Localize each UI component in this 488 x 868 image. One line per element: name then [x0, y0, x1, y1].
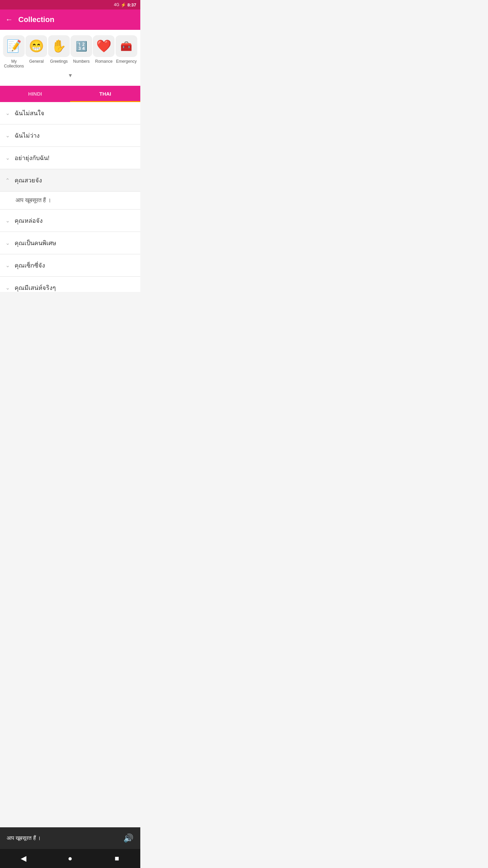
chevron-icon-2: ⌄ [5, 132, 10, 139]
phrase-item-6[interactable]: ⌄ คุณเป็นคนพิเศษ [0, 232, 140, 254]
category-item-romance[interactable]: ❤️ Romance [93, 35, 115, 64]
phrase-item-7[interactable]: ⌄ คุณเซ็กซี่จัง [0, 254, 140, 277]
phrase-item-3[interactable]: ⌄ อย่ายุ่งกับฉัน! [0, 147, 140, 169]
phrase-text-6: คุณเป็นคนพิเศษ [15, 238, 56, 248]
phrase-list: ⌄ ฉันไม่สนใจ ⌄ ฉันไม่ว่าง ⌄ อย่ายุ่งกับฉ… [0, 102, 140, 292]
page-title: Collection [18, 15, 54, 24]
phrase-text-8: คุณมีเสน่ห์จริงๆ [15, 283, 56, 292]
chevron-icon-1: ⌄ [5, 110, 10, 116]
phrase-item-8[interactable]: ⌄ คุณมีเสน่ห์จริงๆ [0, 277, 140, 292]
phrase-item-1[interactable]: ⌄ ฉันไม่สนใจ [0, 102, 140, 124]
category-row: 📝 My Collections 😁 General ✋ Greetings 🔢… [3, 35, 138, 69]
phrase-text-4: คุณสวยจัง [15, 175, 42, 185]
tab-hindi[interactable]: HINDI [0, 86, 70, 102]
category-item-numbers[interactable]: 🔢 Numbers [70, 35, 92, 64]
app-bar: ← Collection [0, 9, 140, 30]
my-collections-icon: 📝 [3, 35, 25, 57]
chevron-icon-4: ⌄ [5, 177, 10, 183]
general-icon: 😁 [25, 35, 47, 57]
numbers-label: Numbers [73, 59, 90, 64]
numbers-icon: 🔢 [70, 35, 92, 57]
chevron-icon-6: ⌄ [5, 240, 10, 246]
category-item-my-collections[interactable]: 📝 My Collections [3, 35, 25, 69]
chevron-icon-3: ⌄ [5, 155, 10, 161]
phrase-text-7: คุณเซ็กซี่จัง [15, 260, 45, 270]
emergency-icon: 🧰 [116, 35, 137, 57]
general-label: General [29, 59, 44, 64]
network-icon: 4G [114, 2, 119, 7]
category-item-emergency[interactable]: 🧰 Emergency [116, 35, 137, 64]
translation-item-4: आप खूबसूरत हैं । [0, 192, 140, 210]
my-collections-label: My Collections [3, 59, 25, 69]
phrase-text-1: ฉันไม่สนใจ [15, 108, 44, 118]
language-tabs: HINDI THAI [0, 86, 140, 102]
greetings-icon: ✋ [48, 35, 70, 57]
category-item-general[interactable]: 😁 General [25, 35, 47, 64]
phrase-text-2: ฉันไม่ว่าง [15, 131, 40, 140]
tab-thai[interactable]: THAI [70, 86, 140, 102]
status-icons: 4G ⚡ 8:37 [114, 2, 136, 7]
romance-label: Romance [95, 59, 113, 64]
status-bar: 4G ⚡ 8:37 [0, 0, 140, 9]
category-section: 📝 My Collections 😁 General ✋ Greetings 🔢… [0, 30, 140, 86]
greetings-label: Greetings [50, 59, 68, 64]
chevron-icon-7: ⌄ [5, 262, 10, 269]
phrase-list-inner: ⌄ ฉันไม่สนใจ ⌄ ฉันไม่ว่าง ⌄ อย่ายุ่งกับฉ… [0, 102, 140, 292]
phrase-item-2[interactable]: ⌄ ฉันไม่ว่าง [0, 124, 140, 147]
back-button[interactable]: ← [5, 15, 13, 24]
phrase-text-3: อย่ายุ่งกับฉัน! [15, 153, 49, 163]
phrase-item-5[interactable]: ⌄ คุณหล่อจัง [0, 210, 140, 232]
expand-categories-button[interactable]: ▾ [3, 69, 138, 83]
emergency-label: Emergency [116, 59, 137, 64]
phrase-text-5: คุณหล่อจัง [15, 216, 43, 225]
translation-text-4: आप खूबसूरत हैं । [16, 197, 51, 203]
category-item-greetings[interactable]: ✋ Greetings [48, 35, 70, 64]
chevron-icon-5: ⌄ [5, 217, 10, 224]
battery-icon: ⚡ [121, 2, 126, 7]
romance-icon: ❤️ [93, 35, 115, 57]
phrase-item-4[interactable]: ⌄ คุณสวยจัง [0, 169, 140, 192]
time-display: 8:37 [127, 2, 136, 7]
chevron-icon-8: ⌄ [5, 284, 10, 291]
